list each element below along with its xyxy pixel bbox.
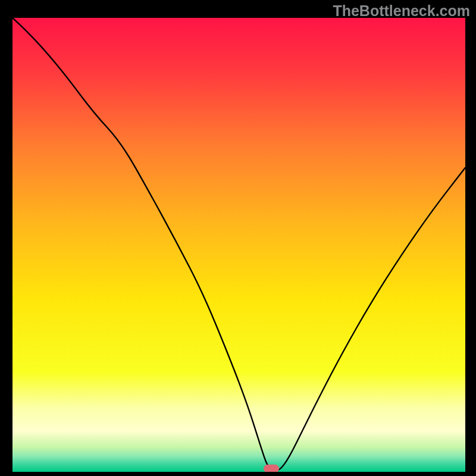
watermark-text: TheBottleneck.com: [333, 2, 470, 20]
chart-plot-area: [12, 18, 465, 472]
chart-background-gradient: [12, 18, 465, 472]
chart-svg: [12, 18, 465, 472]
optimal-point-marker: [264, 464, 279, 472]
